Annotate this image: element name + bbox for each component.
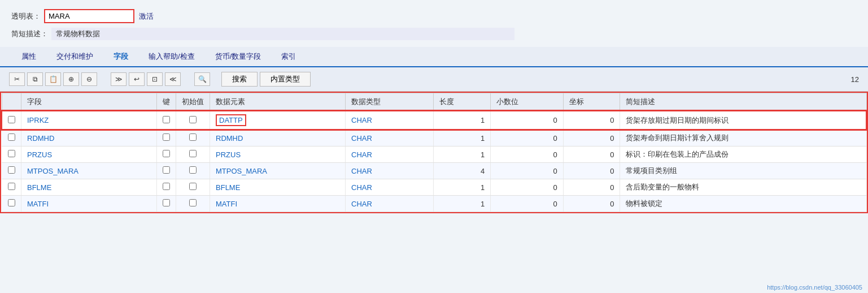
tabs-bar: 属性 交付和维护 字段 输入帮助/检查 货币/数量字段 索引 [0,47,868,67]
init-checkbox[interactable] [189,150,197,157]
field-link[interactable]: MATFI [27,200,49,208]
row-data-element: MTPOS_MARA [210,163,346,179]
toolbar: ✂ ⧉ 📋 ⊕ ⊖ ≫ ↩ ⊡ ≪ 🔍 搜索 内置类型 12 [0,67,868,92]
row-decimal: 0 [491,146,564,163]
row-init-cell[interactable] [176,179,210,196]
field-link[interactable]: PRZUS [27,150,52,159]
data-element-link[interactable]: MTPOS_MARA [216,167,267,175]
row-init-cell[interactable] [176,163,210,179]
cut-button[interactable]: ✂ [9,72,25,86]
table-row: MATFIMATFICHAR100物料被锁定 [2,196,866,212]
row-key-cell[interactable] [157,196,176,212]
copy-button[interactable]: ⧉ [27,72,43,86]
row-data-type: CHAR [346,146,434,163]
move-down-btn[interactable]: ≫ [111,72,127,86]
tab-input-help[interactable]: 输入帮助/检查 [138,47,205,66]
row-data-element: RDMHD [210,130,346,146]
key-checkbox[interactable] [163,150,170,157]
col-length: 长度 [434,93,491,111]
table-header-row: 字段 键 初始值 数据元素 数据类型 长度 小数位 坐标 简短描述 [2,93,866,111]
table-row: RDMHDRDMHDCHAR100货架寿命到期日期计算舍入规则 [2,130,866,146]
move-up-btn[interactable]: ≪ [165,72,181,86]
row-checkbox[interactable] [8,150,15,157]
tab-index[interactable]: 索引 [271,47,306,66]
init-checkbox[interactable] [189,116,197,123]
field-link[interactable]: BFLME [27,183,51,192]
col-init: 初始值 [176,93,210,111]
row-checkbox-cell[interactable] [2,163,21,179]
table-container: 字段 键 初始值 数据元素 数据类型 长度 小数位 坐标 简短描述 IPRKZD… [1,93,867,212]
row-init-cell[interactable] [176,146,210,163]
row-checkbox-cell[interactable] [2,196,21,212]
key-checkbox[interactable] [163,116,170,123]
row-init-cell[interactable] [176,130,210,146]
row-key-cell[interactable] [157,163,176,179]
paste-button[interactable]: 📋 [45,72,61,86]
row-checkbox[interactable] [8,166,15,174]
field-link[interactable]: IPRKZ [27,116,49,124]
row-key-cell[interactable] [157,130,176,146]
desc-value: 常规物料数据 [51,28,514,40]
search-icon-btn[interactable]: 🔍 [194,72,210,86]
key-checkbox[interactable] [163,183,170,190]
transparent-input[interactable] [44,9,134,23]
row-decimal: 0 [491,111,564,130]
tab-properties[interactable]: 属性 [11,47,46,66]
row-length: 1 [434,130,491,146]
row-checkbox[interactable] [8,116,15,123]
row-coord: 0 [563,196,620,212]
data-element-link[interactable]: RDMHD [216,134,243,143]
row-key-cell[interactable] [157,179,176,196]
export-btn[interactable]: ⊡ [147,72,163,86]
builtin-button[interactable]: 内置类型 [260,72,311,87]
row-key-cell[interactable] [157,146,176,163]
init-checkbox[interactable] [189,199,197,206]
row-checkbox-cell[interactable] [2,179,21,196]
row-checkbox[interactable] [8,133,15,141]
activate-button[interactable]: 激活 [139,11,154,21]
tab-currency[interactable]: 货币/数量字段 [205,47,272,66]
transparent-label: 透明表： [11,11,41,21]
row-decimal: 0 [491,163,564,179]
col-desc: 简短描述 [620,93,866,111]
row-field: MATFI [21,196,157,212]
data-element-link[interactable]: PRZUS [216,150,241,159]
data-element-link[interactable]: DATTP [219,116,243,124]
init-checkbox[interactable] [189,166,197,174]
row-checkbox[interactable] [8,199,15,206]
search-button[interactable]: 搜索 [221,72,258,87]
tab-delivery[interactable]: 交付和维护 [46,47,103,66]
row-decimal: 0 [491,196,564,212]
row-checkbox-cell[interactable] [2,146,21,163]
init-checkbox[interactable] [189,133,197,141]
row-checkbox-cell[interactable] [2,130,21,146]
remove-button[interactable]: ⊖ [81,72,97,86]
key-checkbox[interactable] [163,133,170,141]
desc-label: 简短描述： [11,29,48,39]
tab-fields[interactable]: 字段 [103,47,138,67]
row-checkbox[interactable] [8,183,15,190]
col-data-element: 数据元素 [210,93,346,111]
row-key-cell[interactable] [157,111,176,130]
row-init-cell[interactable] [176,196,210,212]
row-init-cell[interactable] [176,111,210,130]
field-link[interactable]: MTPOS_MARA [27,167,78,175]
row-checkbox-cell[interactable] [2,111,21,130]
col-key: 键 [157,93,176,111]
row-desc: 货架存放期过期日期的期间标识 [620,111,866,130]
row-data-type: CHAR [346,196,434,212]
field-link[interactable]: RDMHD [27,134,54,143]
key-checkbox[interactable] [163,199,170,206]
fields-table: 字段 键 初始值 数据元素 数据类型 长度 小数位 坐标 简短描述 IPRKZD… [1,93,867,212]
return-btn[interactable]: ↩ [129,72,145,86]
key-checkbox[interactable] [163,166,170,174]
data-element-link[interactable]: BFLME [216,183,240,192]
data-element-link[interactable]: MATFI [216,200,237,208]
init-checkbox[interactable] [189,183,197,190]
row-desc: 物料被锁定 [620,196,866,212]
add-button[interactable]: ⊕ [63,72,79,86]
row-field: BFLME [21,179,157,196]
row-data-element: MATFI [210,196,346,212]
row-data-type: CHAR [346,163,434,179]
row-data-type: CHAR [346,179,434,196]
